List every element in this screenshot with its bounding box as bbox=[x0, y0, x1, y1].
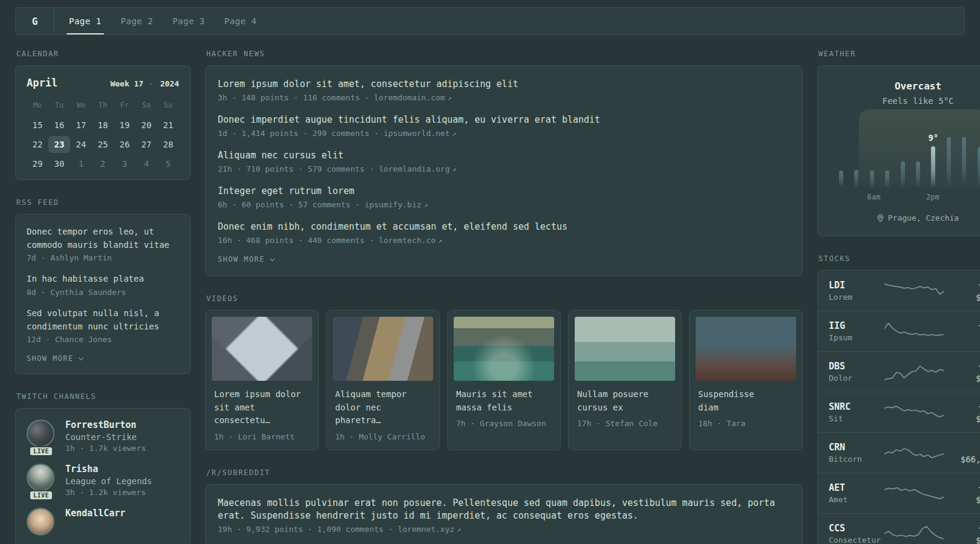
twitch-channel-row[interactable]: LIVE Trisha League of Legends 3h · 1.2k … bbox=[27, 464, 179, 497]
calendar-day[interactable]: 25 bbox=[92, 136, 114, 153]
hackernews-item-domain-link[interactable]: loremdomain.com↗ bbox=[365, 93, 452, 102]
rss-item-meta: 8d · Cynthia Saunders bbox=[27, 288, 179, 297]
subreddit-section: /R/SUBREDDIT Maecenas mollis pulvinar er… bbox=[205, 468, 803, 544]
app-logo[interactable]: G bbox=[16, 8, 54, 34]
hackernews-item-domain-link[interactable]: ipsumify.biz↗ bbox=[355, 200, 428, 209]
videos-row: Lorem ipsum dolor sit amet consectetu… 1… bbox=[205, 310, 803, 450]
calendar-day-selected[interactable]: 23 bbox=[48, 136, 70, 153]
calendar-day-next-month[interactable]: 4 bbox=[136, 155, 157, 172]
video-title: Suspendisse diam bbox=[690, 381, 761, 414]
hackernews-item-title[interactable]: Donec enim nibh, condimentum et accumsan… bbox=[218, 221, 790, 233]
video-thumbnail bbox=[696, 317, 796, 381]
weather-feels-like: Feels like 5°C bbox=[830, 96, 980, 106]
stock-row[interactable]: AET Amet +0.92% $499.72 bbox=[818, 473, 980, 513]
calendar-day[interactable]: 17 bbox=[70, 117, 92, 134]
calendar-day-next-month[interactable]: 2 bbox=[92, 155, 114, 172]
stock-price: $66,171.48 bbox=[944, 455, 980, 464]
stock-values: +1.36% $148.64 bbox=[944, 401, 980, 424]
video-card[interactable]: Lorem ipsum dolor sit amet consectetu… 1… bbox=[205, 310, 319, 450]
hackernews-item-title[interactable]: Donec imperdiet augue tincidunt felis al… bbox=[218, 114, 790, 126]
stock-row[interactable]: DBS Dolor +1.42% $156.28 bbox=[818, 351, 980, 392]
calendar-dayname: We bbox=[70, 99, 92, 114]
weather-current-temp: 9° bbox=[928, 133, 938, 143]
video-card[interactable]: Mauris sit amet massa felis 7h · Grayson… bbox=[447, 310, 561, 450]
calendar-day[interactable]: 30 bbox=[48, 155, 70, 172]
subreddit-post-domain-link[interactable]: loremnet.xyz↗ bbox=[388, 525, 462, 534]
video-thumbnail bbox=[575, 317, 675, 381]
calendar-month: April bbox=[27, 77, 57, 89]
twitch-channel-row[interactable]: KendallCarr bbox=[27, 508, 179, 536]
video-card[interactable]: Aliquam tempor dolor nec pharetra… 1h · … bbox=[326, 310, 440, 450]
rss-item-title[interactable]: In hac habitasse platea bbox=[27, 273, 179, 286]
stock-row[interactable]: IIG Ipsum +2.84% $42.04 bbox=[818, 311, 980, 351]
twitch-channel-meta: 1h · 1.7k viewers bbox=[65, 444, 146, 453]
subreddit-post-stats: 19h · 9,932 points · 1,090 comments bbox=[218, 525, 384, 534]
stock-row[interactable]: LDI Lorem +4.35% $795.18 bbox=[818, 271, 980, 311]
calendar-day[interactable]: 19 bbox=[114, 117, 136, 134]
twitch-channel-name: Trisha bbox=[65, 464, 152, 474]
rss-item-title[interactable]: Donec tempor eros leo, ut commodo mauris… bbox=[27, 225, 179, 251]
hackernews-item-title[interactable]: Lorem ipsum dolor sit amet, consectetur … bbox=[218, 78, 790, 91]
video-title: Aliquam tempor dolor nec pharetra… bbox=[327, 381, 439, 427]
hackernews-item-title[interactable]: Integer eget rutrum lorem bbox=[218, 185, 790, 198]
stock-values: +0.51% $165.84 bbox=[944, 523, 980, 544]
calendar-day[interactable]: 15 bbox=[27, 117, 48, 134]
calendar-dayname: Fr bbox=[114, 99, 136, 114]
hackernews-item-domain-link[interactable]: loremlandia.org↗ bbox=[369, 164, 456, 173]
tab-page-3[interactable]: Page 3 bbox=[163, 8, 215, 34]
video-card[interactable]: Nullam posuere cursus ex 17h · Stefan Co… bbox=[568, 310, 682, 450]
stock-symbol: LDI bbox=[829, 280, 884, 291]
hackernews-item-meta: 3h · 148 points · 116 comments loremdoma… bbox=[218, 93, 790, 102]
twitch-channel-info: Trisha League of Legends 3h · 1.2k viewe… bbox=[65, 464, 152, 497]
stock-name: Consectetur bbox=[829, 536, 884, 544]
calendar-day-next-month[interactable]: 1 bbox=[70, 155, 92, 172]
stock-row[interactable]: SNRC Sit +1.36% $148.64 bbox=[818, 392, 980, 432]
calendar-day[interactable]: 24 bbox=[70, 136, 92, 153]
video-meta: 1h · Molly Carrillo bbox=[327, 427, 439, 450]
video-title: Nullam posuere cursus ex bbox=[569, 381, 681, 414]
subreddit-header: /R/SUBREDDIT bbox=[206, 468, 802, 477]
subreddit-post: Maecenas mollis pulvinar erat non posuer… bbox=[218, 497, 790, 534]
calendar-day[interactable]: 18 bbox=[92, 117, 114, 134]
twitch-channel-row[interactable]: LIVE ForrestBurton Counter-Strike 1h · 1… bbox=[27, 419, 179, 453]
calendar-day[interactable]: 20 bbox=[136, 117, 157, 134]
tab-page-4[interactable]: Page 4 bbox=[215, 8, 267, 34]
video-card[interactable]: Suspendisse diam 18h · Tara bbox=[689, 310, 803, 450]
rss-show-more-button[interactable]: SHOW MORE bbox=[27, 354, 179, 363]
weather-ticks: 6am 2pm 10pm bbox=[836, 193, 980, 202]
calendar-day[interactable]: 21 bbox=[157, 117, 179, 134]
hackernews-item-title[interactable]: Aliquam nec cursus elit bbox=[218, 149, 790, 162]
video-title: Lorem ipsum dolor sit amet consectetu… bbox=[206, 381, 318, 427]
hackernews-item-domain-link[interactable]: ipsumworld.net↗ bbox=[374, 129, 456, 138]
hackernews-header: HACKER NEWS bbox=[206, 50, 802, 58]
tab-page-1[interactable]: Page 1 bbox=[59, 8, 111, 34]
videos-header: VIDEOS bbox=[206, 294, 802, 303]
weather-condition: Overcast bbox=[830, 80, 980, 92]
calendar-day-next-month[interactable]: 3 bbox=[114, 155, 136, 172]
chevron-down-icon bbox=[78, 355, 83, 360]
calendar-week-year: Week 17 2024 bbox=[110, 79, 179, 88]
stock-symbol: CRN bbox=[829, 442, 884, 453]
hackernews-item-meta: 16h · 468 points · 440 comments loremtec… bbox=[218, 236, 790, 245]
stock-row[interactable]: CRN Bitcorn -1.00% $66,171.48 bbox=[818, 432, 980, 473]
twitch-channel-game: League of Legends bbox=[65, 476, 152, 486]
calendar-day[interactable]: 29 bbox=[27, 155, 48, 172]
stock-sparkline bbox=[884, 279, 944, 303]
calendar-day[interactable]: 28 bbox=[157, 136, 179, 153]
subreddit-post-title[interactable]: Maecenas mollis pulvinar erat non posuer… bbox=[218, 497, 790, 522]
stock-row[interactable]: CCS Consectetur +0.51% $165.84 bbox=[818, 513, 980, 544]
hackernews-section: HACKER NEWS Lorem ipsum dolor sit amet, … bbox=[205, 50, 803, 276]
video-thumbnail bbox=[212, 317, 312, 381]
calendar-day-next-month[interactable]: 5 bbox=[157, 155, 179, 172]
hackernews-show-more-button[interactable]: SHOW MORE bbox=[218, 255, 790, 264]
rss-item-title[interactable]: Sed volutpat nulla nisl, a condimentum n… bbox=[27, 307, 179, 333]
calendar-day[interactable]: 16 bbox=[48, 117, 70, 134]
calendar-day[interactable]: 22 bbox=[27, 136, 48, 153]
video-meta: 18h · Tara bbox=[690, 414, 802, 436]
calendar-day[interactable]: 27 bbox=[136, 136, 157, 153]
external-link-icon: ↗ bbox=[448, 94, 452, 102]
weather-bar bbox=[854, 170, 858, 188]
tab-page-2[interactable]: Page 2 bbox=[111, 8, 163, 34]
hackernews-item-domain-link[interactable]: loremtech.co↗ bbox=[369, 236, 442, 245]
calendar-day[interactable]: 26 bbox=[114, 136, 136, 153]
